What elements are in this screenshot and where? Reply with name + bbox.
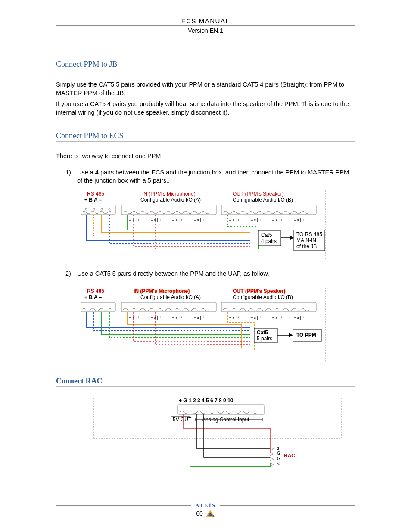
svg-text:–   s | +: – s | + <box>294 315 305 320</box>
paragraph: If you use a CAT5 4 pairs you probably w… <box>56 100 355 117</box>
brand-text: ATEÏS <box>195 502 216 509</box>
label-pairs: 5 pairs <box>257 336 272 342</box>
list-marker: 2) <box>65 270 71 278</box>
label-io-b: Configurable Audio I/O (B) <box>233 197 293 203</box>
logo-icon <box>206 510 215 517</box>
label-analog-control: Analog Control Input <box>202 417 249 423</box>
wiring-diagram-1: RS 485 IN (PPM's Microphone) OUT (PPM's … <box>78 189 355 262</box>
label-cat5: Cat5 <box>261 232 272 238</box>
label-io-a: Configurable Audio I/O (A) <box>140 197 201 203</box>
page-footer: ATEÏS 60 <box>56 502 355 517</box>
doc-version: Version EN.1 <box>56 27 355 34</box>
svg-rect-45 <box>178 405 264 414</box>
svg-text:–   s | +: – s | + <box>194 218 205 222</box>
label-io-b: Configurable Audio I/O (B) <box>233 294 293 300</box>
heading-connect-ppm-jb: Connect PPM to JB <box>56 60 355 70</box>
list-text: Use a 4 pairs between the ECS and the ju… <box>77 168 355 185</box>
list-text: Use a CAT5 5 pairs directly between the … <box>77 270 355 278</box>
svg-rect-29 <box>221 302 316 312</box>
svg-text:OUT (PPM's Speaker): OUT (PPM's Speaker) <box>233 288 285 294</box>
heading-connect-ppm-ecs: Connect PPM to ECS <box>56 131 355 142</box>
label-of-jb: of the JB <box>296 243 317 249</box>
footer-rule-right <box>220 505 355 506</box>
svg-rect-4 <box>221 205 316 215</box>
doc-title: ECS MANUAL <box>56 17 355 25</box>
label-rac: RAC <box>284 453 295 459</box>
svg-rect-28 <box>121 302 216 312</box>
list-marker: 1) <box>65 168 71 185</box>
header-rule <box>56 25 355 26</box>
label-rs485: RS 485 <box>87 191 104 197</box>
svg-text:–   s | +: – s | + <box>151 315 162 320</box>
svg-text:IN (PPM's Microphone): IN (PPM's Microphone) <box>134 288 190 294</box>
svg-point-16 <box>109 208 110 210</box>
svg-text:G: G <box>277 451 280 456</box>
label-out: OUT (PPM's Speaker) <box>233 191 284 197</box>
list-item: 1) Use a 4 pairs between the ECS and the… <box>65 168 355 185</box>
wiring-diagram-3: + G 1 2 3 4 5 6 7 8 9 10 5V OUT Analog C… <box>56 397 355 483</box>
label-rs485-pins: + B A – <box>84 294 102 300</box>
svg-text:G: G <box>277 456 280 461</box>
svg-text:–   s | +: – s | + <box>172 218 183 222</box>
label-5v-out: 5V OUT <box>173 417 192 423</box>
svg-text:–   s | +: – s | + <box>251 218 262 222</box>
label-pins: + G 1 2 3 4 5 6 7 8 9 10 <box>179 398 234 404</box>
svg-rect-3 <box>121 205 216 215</box>
svg-text:–   s | +: – s | + <box>129 315 140 320</box>
label-io-a: Configurable Audio I/O (A) <box>140 294 201 300</box>
svg-text:–   s | +: – s | + <box>172 315 183 320</box>
svg-text:–   s | +: – s | + <box>272 218 283 222</box>
svg-point-56 <box>212 515 214 517</box>
svg-marker-40 <box>289 333 293 337</box>
label-rs485: RS 485 <box>87 288 104 294</box>
label-pairs: 4 pairs <box>261 238 277 244</box>
svg-text:–   s | +: – s | + <box>251 315 262 320</box>
footer-rule-left <box>56 505 191 506</box>
svg-point-13 <box>85 208 87 210</box>
page-number: 60 <box>196 510 203 517</box>
svg-point-15 <box>101 208 103 210</box>
svg-marker-19 <box>290 236 294 240</box>
label-out: OUT (PPM's Speaker) OUT (PPM's Speaker) <box>233 288 286 294</box>
list-item: 2) Use a CAT5 5 pairs directly between t… <box>65 270 355 278</box>
svg-text:–   s | +: – s | + <box>151 218 162 222</box>
svg-text:–   s | +: – s | + <box>294 218 305 222</box>
svg-text:s: s <box>277 446 279 451</box>
svg-text:–   s | +: – s | + <box>229 315 240 320</box>
svg-text:–   s | +: – s | + <box>129 218 140 222</box>
label-in: IN (PPM's Microphone) <box>142 191 196 197</box>
svg-text:–   s | +: – s | + <box>194 315 205 320</box>
svg-text:–   s | +: – s | + <box>229 218 240 222</box>
label-rs485-pins: + B A – <box>84 197 102 203</box>
label-cat5: Cat5 <box>257 330 268 336</box>
svg-text:–   s | +: – s | + <box>272 315 283 320</box>
svg-point-14 <box>93 208 95 210</box>
svg-text:<: < <box>277 461 280 466</box>
label-main-in: MAIN-IN <box>296 237 316 243</box>
wiring-diagram-2: RS 485 IN (PPM's Microphone) IN (PPM's M… <box>78 286 355 364</box>
paragraph: There is two way to connect one PPM <box>56 152 355 161</box>
paragraph: Simply use the CAT5 5 pairs provided wit… <box>56 81 355 97</box>
heading-connect-rac: Connect RAC <box>56 376 355 387</box>
label-in: IN (PPM's Microphone) IN (PPM's Micropho… <box>134 288 190 294</box>
label-to-rs485: TO RS 485 <box>296 231 322 237</box>
label-to-ppm: TO PPM <box>296 332 316 338</box>
